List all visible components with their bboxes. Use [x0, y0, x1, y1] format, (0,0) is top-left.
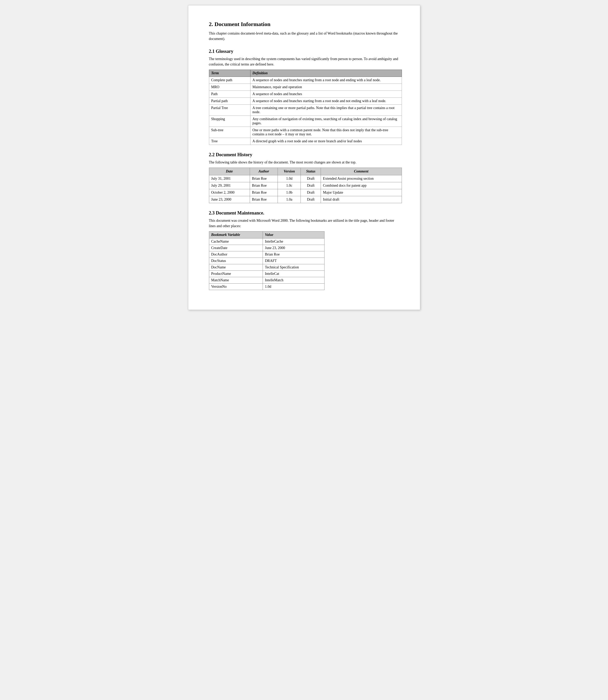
section2-1-heading: 2.1 Glossary	[209, 49, 402, 54]
table-row: CacheNameIntelleCache	[209, 238, 324, 245]
glossary-definition: Any combination of navigation of existin…	[250, 116, 402, 127]
glossary-definition: One or more paths with a common parent n…	[250, 127, 402, 138]
glossary-definition: A sequence of nodes and branches startin…	[250, 98, 402, 105]
table-row: Partial TreeA tree containing one or mor…	[209, 105, 402, 116]
table-row: DocStatusDRAFT	[209, 258, 324, 264]
history-cell: Initial draft	[321, 196, 402, 203]
section2-2-heading: 2.2 Document History	[209, 152, 402, 157]
table-row: Sub-treeOne or more paths with a common …	[209, 127, 402, 138]
bookmark-table: Bookmark VariableValue CacheNameIntelleC…	[209, 231, 325, 290]
history-cell: 1.0c	[278, 182, 301, 189]
table-row: June 23, 2000Brian Roe1.0aDraftInitial d…	[209, 196, 402, 203]
bookmark-cell: CacheName	[209, 238, 263, 245]
table-row: MatchNameIntelleMatch	[209, 277, 324, 284]
bookmark-cell: IntelleCache	[263, 238, 324, 245]
history-cell: June 23, 2000	[209, 196, 250, 203]
history-cell: Brian Roe	[250, 182, 278, 189]
glossary-term: Tree	[209, 138, 250, 145]
glossary-col-definition: Definition	[250, 70, 402, 77]
section2-2-intro: The following table shows the history of…	[209, 160, 402, 165]
glossary-definition: A sequence of nodes and branches	[250, 91, 402, 98]
bookmark-cell: DocStatus	[209, 258, 263, 264]
history-cell: July 31, 2001	[209, 175, 250, 182]
section2-1-intro: The terminology used in describing the s…	[209, 56, 402, 67]
glossary-term: MRO	[209, 84, 250, 91]
bookmark-cell: DocAuthor	[209, 251, 263, 258]
history-cell: Major Update	[321, 189, 402, 196]
glossary-col-term: Term	[209, 70, 250, 77]
table-row: July 29, 2001Brian Roe1.0cDraftCombined …	[209, 182, 402, 189]
bookmark-cell: IntelleMatch	[263, 277, 324, 284]
table-row: VersionNo1.0d	[209, 284, 324, 290]
history-col-header: Version	[278, 168, 301, 175]
glossary-definition: Maintenance, repair and operation	[250, 84, 402, 91]
document-page: 2. Document Information This chapter con…	[188, 5, 420, 310]
bookmark-cell: Brian Roe	[263, 251, 324, 258]
bookmark-cell: Technical Specification	[263, 264, 324, 271]
section2-heading: 2. Document Information	[209, 21, 402, 27]
history-cell: 1.0a	[278, 196, 301, 203]
table-row: TreeA directed graph with a root node an…	[209, 138, 402, 145]
glossary-table: Term Definition Complete pathA sequence …	[209, 70, 402, 145]
section2-3-heading: 2.3 Document Maintenance.	[209, 210, 402, 216]
bookmark-cell: MatchName	[209, 277, 263, 284]
section2-3-intro: This document was created with Microsoft…	[209, 218, 402, 229]
glossary-term: Partial path	[209, 98, 250, 105]
history-cell: 1.0d	[278, 175, 301, 182]
bookmark-cell: VersionNo	[209, 284, 263, 290]
bookmark-cell: DRAFT	[263, 258, 324, 264]
history-cell: Brian Roe	[250, 175, 278, 182]
glossary-term: Partial Tree	[209, 105, 250, 116]
history-col-header: Status	[301, 168, 321, 175]
section2-intro: This chapter contains document-level met…	[209, 31, 402, 41]
table-row: ShoppingAny combination of navigation of…	[209, 116, 402, 127]
glossary-term: Complete path	[209, 77, 250, 84]
table-row: ProductNameIntelleCat	[209, 271, 324, 277]
glossary-term: Sub-tree	[209, 127, 250, 138]
history-cell: Extended Assist processing section	[321, 175, 402, 182]
table-row: MROMaintenance, repair and operation	[209, 84, 402, 91]
bookmark-cell: ProductName	[209, 271, 263, 277]
history-col-header: Comment	[321, 168, 402, 175]
bookmark-col-header: Bookmark Variable	[209, 232, 263, 238]
history-cell: Brian Roe	[250, 196, 278, 203]
glossary-definition: A tree containing one or more partial pa…	[250, 105, 402, 116]
table-row: PathA sequence of nodes and branches	[209, 91, 402, 98]
bookmark-cell: 1.0d	[263, 284, 324, 290]
table-row: Partial pathA sequence of nodes and bran…	[209, 98, 402, 105]
bookmark-cell: June 23, 2000	[263, 245, 324, 251]
history-cell: Brian Roe	[250, 189, 278, 196]
glossary-term: Path	[209, 91, 250, 98]
history-col-header: Author	[250, 168, 278, 175]
glossary-definition: A directed graph with a root node and on…	[250, 138, 402, 145]
bookmark-cell: DocName	[209, 264, 263, 271]
table-row: Complete pathA sequence of nodes and bra…	[209, 77, 402, 84]
history-cell: Combined docs for patent app	[321, 182, 402, 189]
history-cell: October 2, 2000	[209, 189, 250, 196]
table-row: DocAuthorBrian Roe	[209, 251, 324, 258]
history-table: DateAuthorVersionStatusComment July 31, …	[209, 168, 402, 203]
glossary-definition: A sequence of nodes and branches startin…	[250, 77, 402, 84]
history-cell: 1.0b	[278, 189, 301, 196]
history-cell: Draft	[301, 189, 321, 196]
bookmark-col-header: Value	[263, 232, 324, 238]
glossary-term: Shopping	[209, 116, 250, 127]
bookmark-cell: IntelleCat	[263, 271, 324, 277]
history-cell: Draft	[301, 196, 321, 203]
table-row: DocNameTechnical Specification	[209, 264, 324, 271]
history-cell: Draft	[301, 175, 321, 182]
history-cell: Draft	[301, 182, 321, 189]
bookmark-cell: CreateDate	[209, 245, 263, 251]
table-row: CreateDateJune 23, 2000	[209, 245, 324, 251]
history-cell: July 29, 2001	[209, 182, 250, 189]
table-row: October 2, 2000Brian Roe1.0bDraftMajor U…	[209, 189, 402, 196]
table-row: July 31, 2001Brian Roe1.0dDraftExtended …	[209, 175, 402, 182]
history-col-header: Date	[209, 168, 250, 175]
